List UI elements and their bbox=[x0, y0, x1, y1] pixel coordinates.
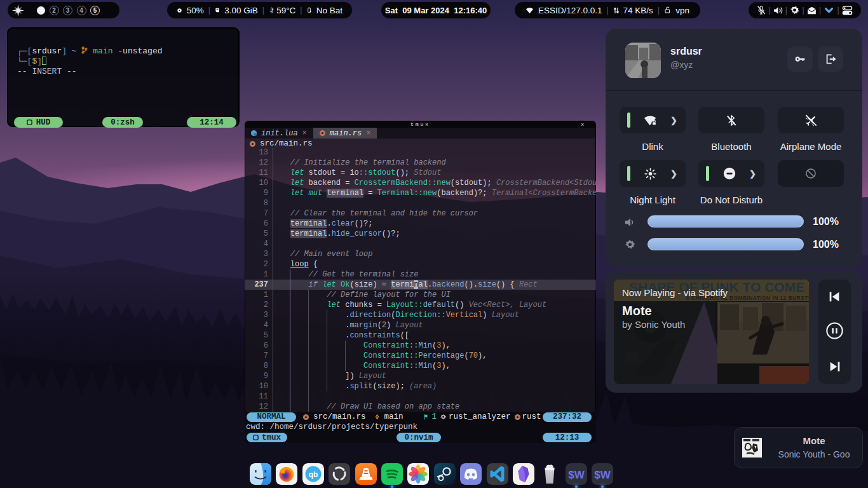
svg-text:qb: qb bbox=[308, 470, 318, 479]
svg-text:$W: $W bbox=[594, 469, 611, 481]
svg-text:$W: $W bbox=[568, 469, 585, 481]
